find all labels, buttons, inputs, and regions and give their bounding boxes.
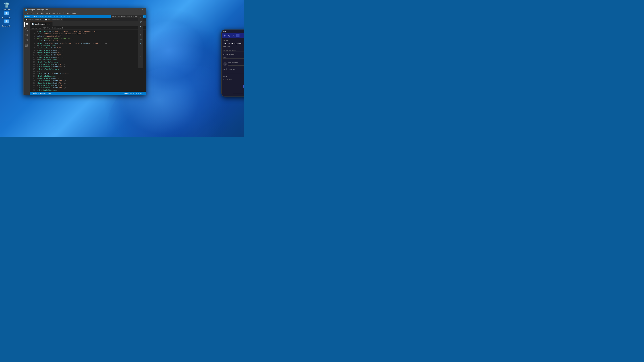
breadcrumb-4: MainPage.xaml xyxy=(52,27,62,29)
emu-btn-screenshot[interactable]: 📷 xyxy=(138,37,142,41)
code-line-15: <Grid.ColumnDefinitions> xyxy=(37,61,144,63)
window-controls: ─ □ ✕ xyxy=(133,8,144,11)
emu-btn-recent[interactable]: □ xyxy=(138,55,142,59)
breadcrumb-tab-1-close[interactable]: × xyxy=(42,19,42,20)
notification-dismiss[interactable]: Don't show again xyxy=(59,16,70,17)
phone-username-label: user name xyxy=(224,46,244,48)
activity-explorer[interactable] xyxy=(24,22,29,27)
tab-mainpage[interactable]: 📄 MainPage.xaml ● × xyxy=(30,22,52,26)
notification-link[interactable]: Click here to learn more! xyxy=(41,16,58,17)
statusbar-right: Ln 111 Col 34 SPC UTF-8 xyxy=(124,92,144,94)
breadcrumb-sep-2: › xyxy=(42,27,42,29)
code-line-13: <RowDefinition Height="5*" /> xyxy=(37,56,144,58)
phone-new-password-label: new password xyxy=(228,61,244,63)
emu-btn-more[interactable]: ⋯ xyxy=(138,59,142,63)
ln-23: 23 xyxy=(33,82,35,84)
emu-btn-home[interactable]: ⌂ xyxy=(138,50,142,54)
android-phone: 6:33 ▲▲ ▌▌▌ 🔋 xyxy=(221,29,244,96)
emu-btn-back[interactable]: ← xyxy=(138,46,142,50)
ln-20: 20 xyxy=(33,75,35,77)
code-line-7: <Image x:Name="bg" Source="Mobile_tablet… xyxy=(37,42,144,44)
menu-go[interactable]: Go xyxy=(51,12,56,14)
notification-close[interactable]: ✕ xyxy=(143,16,144,17)
code-line-24: <ColumnDefinition Width="20*" /> xyxy=(37,82,144,84)
phone-email-input[interactable]: current email xyxy=(224,78,244,81)
ln-10: 10 xyxy=(33,51,35,54)
phone-nav-bar: — xyxy=(222,88,244,91)
phone-content[interactable]: i test step 1 - security info user name … xyxy=(222,38,244,88)
ln-22: 22 xyxy=(33,80,35,82)
code-line-22: <RowDefinition Height="5*" /> xyxy=(37,77,144,80)
phone-nav-logo[interactable]: M xyxy=(223,34,226,37)
activity-git[interactable] xyxy=(24,33,29,37)
phone-confirm-password-value[interactable]: ••••••• xyxy=(224,71,244,73)
menu-edit[interactable]: Edit xyxy=(30,12,35,14)
menu-selection[interactable]: Selection xyxy=(35,12,45,14)
code-line-18: </Grid.ColumnDefinitions> xyxy=(37,68,144,70)
menu-run[interactable]: Run xyxy=(56,12,62,14)
breadcrumb-tab-2[interactable]: 📄 controls/ProfileEdit × xyxy=(44,18,63,21)
vscode-window: ≋ msvvpad - MainPage.xaml ─ □ ✕ File Edi… xyxy=(24,8,146,95)
emu-btn-zoom[interactable]: 🔍 xyxy=(138,41,142,45)
ln-11: 11 xyxy=(33,54,35,56)
breadcrumb-tab-1[interactable]: 📄 controls/ProfileEdit × xyxy=(24,18,44,21)
phone-current-password-value[interactable]: ••••••• xyxy=(224,56,244,59)
vscode-icon: ≋ xyxy=(25,8,27,11)
emu-btn-rotate-right[interactable]: ↻ xyxy=(138,33,142,37)
activity-search[interactable] xyxy=(24,27,29,32)
phone-home-indicator[interactable] xyxy=(233,94,243,94)
svg-rect-25 xyxy=(237,36,238,36)
phone-status-bar: 6:33 ▲▲ ▌▌▌ 🔋 xyxy=(222,30,244,33)
phone-nav-settings[interactable] xyxy=(236,34,240,37)
statusbar-branch: ⚡ main xyxy=(31,92,36,94)
phone-username-input[interactable]: current user name xyxy=(224,49,244,51)
code-line-21: <Grid.RowDefinitions> xyxy=(37,75,144,77)
emu-btn-rotate-left[interactable]: ↺ xyxy=(138,28,142,32)
screenshot2-icon xyxy=(4,18,10,24)
breadcrumb-tab-1-text: controls/ProfileEdit xyxy=(28,19,41,20)
ln-19: 19 xyxy=(33,72,35,75)
menu-help[interactable]: Help xyxy=(71,12,77,14)
ln-8: 8 xyxy=(34,47,35,49)
emulator-close[interactable]: ✕ xyxy=(136,15,137,17)
phone-next-button[interactable]: next xyxy=(243,85,244,88)
desktop-icon-screenshot2[interactable]: Screenshot... xyxy=(1,18,12,28)
activity-debug[interactable] xyxy=(24,38,29,43)
tab-mainpage-close[interactable]: × xyxy=(49,23,50,25)
code-line-14: </Grid.RowDefinitions> xyxy=(37,58,144,61)
menu-file[interactable]: File xyxy=(24,12,30,14)
ln-13: 13 xyxy=(33,58,35,61)
svg-point-6 xyxy=(26,29,27,30)
breadcrumb-tab-2-close[interactable]: × xyxy=(61,19,62,20)
phone-new-password-value[interactable]: ••••••• xyxy=(228,63,244,65)
emulator-titlebar: Android Emulator - pixel_3_api_30:5554 ✕ xyxy=(111,15,138,18)
maximize-button[interactable]: □ xyxy=(137,8,140,11)
emu-btn-volume-down[interactable]: 🔉 xyxy=(138,24,142,28)
phone-swipe-hint: — xyxy=(237,89,239,91)
statusbar-left: ⚡ main ⊘ No Issues Found xyxy=(31,92,51,94)
ln-24: 24 xyxy=(33,84,35,87)
code-line-2: xmlns:x="http://schemas.microsoft.com/wi… xyxy=(37,33,144,35)
emu-btn-volume-up[interactable]: 🔊 xyxy=(138,20,142,24)
code-line-10: <RowDefinition Height="8*" /> xyxy=(37,49,144,51)
code-line-5: <!-- UI GRAPHICS - ROWS & BACKGROUND --> xyxy=(37,37,144,40)
activity-bar xyxy=(24,21,30,95)
minimize-button[interactable]: ─ xyxy=(133,8,136,11)
code-line-25: <ColumnDefinition Width="20*" /> xyxy=(37,84,144,87)
phone-current-password-label: current password xyxy=(224,53,244,55)
svg-point-22 xyxy=(233,35,234,36)
menu-terminal[interactable]: Terminal xyxy=(62,12,71,14)
code-text[interactable]: <ContentPage xmlns="http://schemas.micro… xyxy=(36,30,146,92)
phone-nav-back[interactable]: ‹ xyxy=(224,62,227,66)
phone-confirm-password-label: confirm password xyxy=(224,68,244,70)
code-area[interactable]: 1 2 3 4 5 6 7 8 9 10 11 12 13 14 xyxy=(30,30,146,92)
code-line-26: <ColumnDefinition Width="20*" /> xyxy=(37,87,144,89)
activity-extensions[interactable] xyxy=(24,43,29,48)
menu-view[interactable]: View xyxy=(45,12,51,14)
close-button[interactable]: ✕ xyxy=(141,8,144,11)
breadcrumb-sep-3: › xyxy=(51,27,52,29)
phone-nav-user[interactable] xyxy=(232,34,235,37)
emu-btn-power[interactable]: ⏻ xyxy=(138,15,142,19)
code-line-11: <RowDefinition Height="7*" /> xyxy=(37,51,144,54)
phone-nav-cart[interactable] xyxy=(227,34,231,37)
